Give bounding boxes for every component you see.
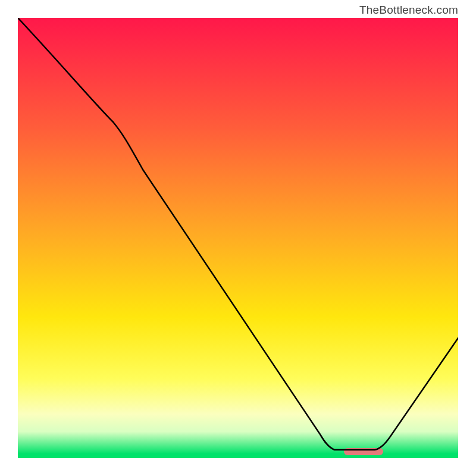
bottleneck-curve (18, 18, 458, 458)
chart-container: TheBottleneck.com (0, 0, 476, 476)
attribution-text: TheBottleneck.com (359, 4, 458, 17)
plot-area (18, 18, 458, 458)
